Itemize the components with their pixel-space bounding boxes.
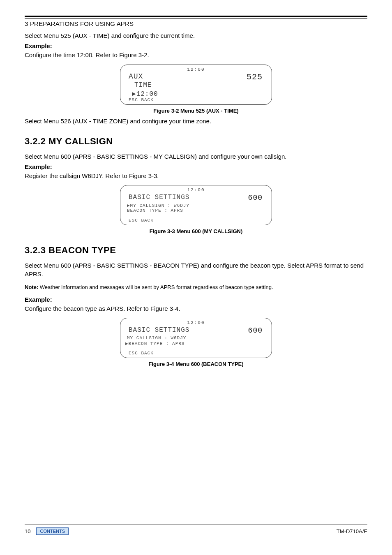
s322-example-text: Register the callsign W6DJY. Refer to Fi… [25,172,367,180]
lcd-menu-number: 600 [248,326,263,335]
lcd-title: BASIC SETTINGS [129,194,189,201]
example-label-3: Example: [25,296,367,303]
lcd-clock: 12:00 [120,67,272,72]
figure-3-4: 12:00 BASIC SETTINGS 600 MY CALLSIGN : W… [25,318,367,367]
lcd-line-beacon: ▶BEACON TYPE : APRS [125,341,184,346]
lcd-param-value: ▶12:00 [132,90,158,98]
lcd-line-callsign: ▶MY CALLSIGN : W6DJY [127,203,189,208]
example-1-text: Configure the time 12:00. Refer to Figur… [25,51,367,59]
after-fig32-text: Select Menu 526 (AUX - TIME ZONE) and co… [25,117,367,125]
note-text: Weather information and messages will be… [38,284,273,290]
section-heading-322: 3.2.2 MY CALLSIGN [25,136,367,147]
thin-rule [25,29,367,29]
lcd-screen-525: 12:00 AUX 525 TIME ▶12:00 ESC BACK [120,65,272,105]
chapter-title: 3 PREPARATIONS FOR USING APRS [25,20,367,27]
lcd-title: BASIC SETTINGS [129,326,189,334]
lcd-title: AUX [129,72,143,81]
intro-line: Select Menu 525 (AUX - TIME) and configu… [25,32,367,40]
s322-body: Select Menu 600 (APRS - BASIC SETTINGS -… [25,153,367,161]
header-rule [25,16,367,18]
s323-example-text: Configure the beacon type as APRS. Refer… [25,305,367,313]
example-label-1: Example: [25,42,367,49]
page-footer: 10 CONTENTS TM-D710A/E [25,525,367,537]
lcd-screen-600-beacon: 12:00 BASIC SETTINGS 600 MY CALLSIGN : W… [120,318,272,358]
example-label-2: Example: [25,163,367,170]
model-number: TM-D710A/E [337,528,367,534]
section-heading-323: 3.2.3 BEACON TYPE [25,245,367,256]
lcd-line-callsign: MY CALLSIGN : W6DJY [127,335,186,340]
note-label: Note: [25,284,38,290]
lcd-menu-number: 525 [247,72,263,82]
lcd-line-beacon: BEACON TYPE : APRS [127,208,183,213]
figure-3-2: 12:00 AUX 525 TIME ▶12:00 ESC BACK Figur… [25,65,367,114]
contents-button[interactable]: CONTENTS [36,527,69,535]
note-line: Note: Weather information and messages w… [25,284,367,290]
lcd-screen-600-callsign: 12:00 BASIC SETTINGS 600 ▶MY CALLSIGN : … [120,185,272,225]
lcd-esc-back: ESC BACK [129,218,154,223]
lcd-clock: 12:00 [120,320,272,325]
footer-rule [25,525,367,525]
figure-3-2-caption: Figure 3-2 Menu 525 (AUX - TIME) [25,108,367,114]
s323-body: Select Menu 600 (APRS - BASIC SETTINGS -… [25,261,367,278]
lcd-param-name: TIME [134,81,152,89]
lcd-esc-back: ESC BACK [129,97,154,102]
lcd-clock: 12:00 [120,187,272,192]
lcd-esc-back: ESC BACK [129,351,154,356]
lcd-menu-number: 600 [248,194,263,202]
figure-3-4-caption: Figure 3-4 Menu 600 (BEACON TYPE) [25,361,367,367]
figure-3-3-caption: Figure 3-3 Menu 600 (MY CALLSIGN) [25,228,367,234]
page-number: 10 [25,528,30,534]
figure-3-3: 12:00 BASIC SETTINGS 600 ▶MY CALLSIGN : … [25,185,367,234]
